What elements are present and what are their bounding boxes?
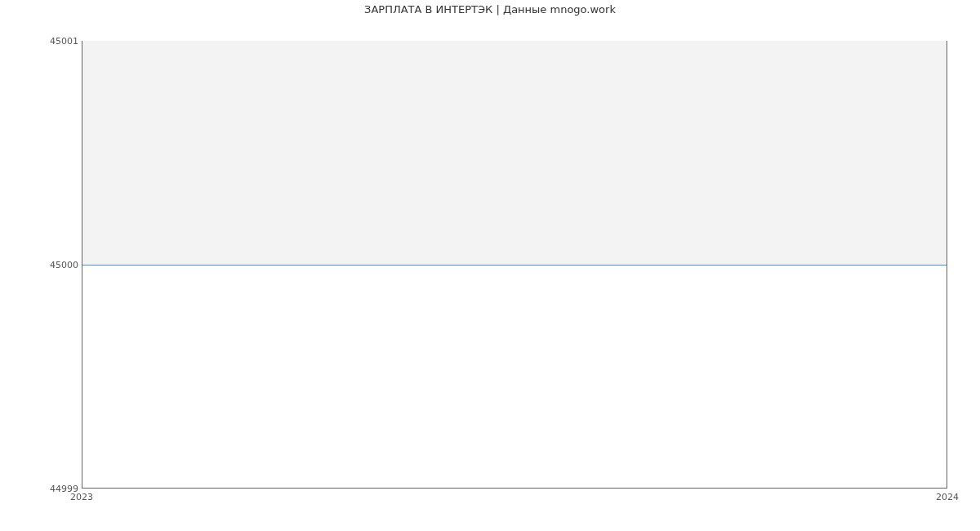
y-tick-label: 45001 [50,36,78,47]
chart-title: ЗАРПЛАТА В ИНТЕРТЭК | Данные mnogo.work [0,3,980,16]
chart-container: ЗАРПЛАТА В ИНТЕРТЭК | Данные mnogo.work … [0,0,980,531]
x-tick-label: 2023 [70,492,93,502]
x-tick-label: 2024 [936,492,959,502]
y-tick-label: 45000 [50,260,78,270]
data-line [82,265,947,266]
area-fill [82,41,947,265]
plot-area [82,41,947,489]
